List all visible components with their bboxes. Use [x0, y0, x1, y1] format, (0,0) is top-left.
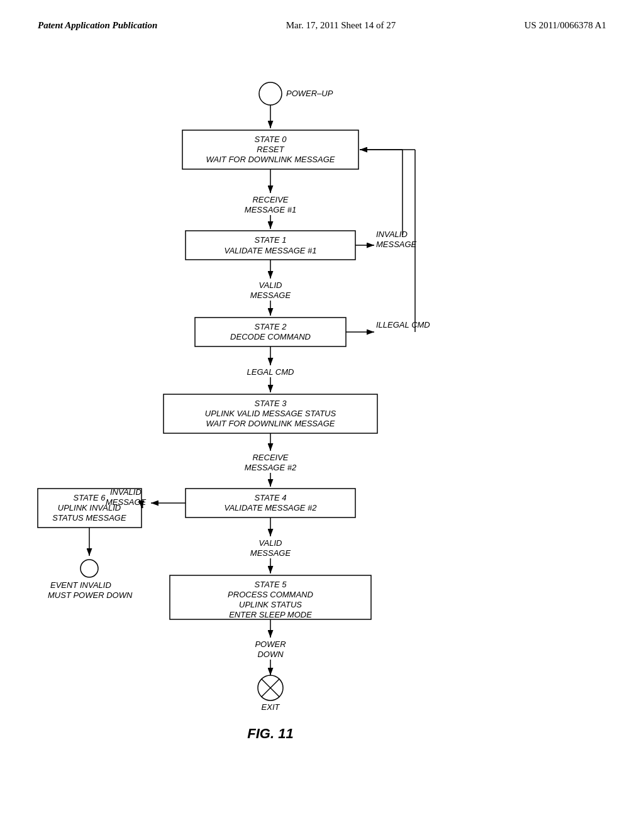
svg-text:DECODE  COMMAND: DECODE COMMAND	[230, 332, 311, 341]
svg-text:RECEIVE: RECEIVE	[252, 453, 288, 462]
svg-text:STATUS  MESSAGE: STATUS MESSAGE	[52, 513, 126, 523]
svg-text:VALIDATE  MESSAGE  #1: VALIDATE MESSAGE #1	[224, 246, 316, 255]
svg-text:PROCESS  COMMAND: PROCESS COMMAND	[228, 590, 313, 599]
svg-point-73	[80, 560, 98, 577]
svg-text:UPLINK  STATUS: UPLINK STATUS	[239, 600, 302, 609]
svg-text:STATE  3: STATE 3	[255, 399, 287, 408]
svg-text:STATE  2: STATE 2	[255, 322, 287, 331]
svg-text:RESET: RESET	[257, 145, 284, 154]
svg-text:EVENT  INVALID: EVENT INVALID	[50, 580, 111, 590]
svg-text:MESSAGE  #1: MESSAGE #1	[245, 205, 296, 214]
svg-text:UPLINK  VALID  MESSAGE  STATUS: UPLINK VALID MESSAGE STATUS	[205, 409, 336, 418]
svg-text:MESSAGE: MESSAGE	[250, 290, 291, 300]
svg-text:WAIT  FOR  DOWNLINK  MESSAGE: WAIT FOR DOWNLINK MESSAGE	[206, 419, 335, 428]
svg-text:EXIT: EXIT	[262, 702, 280, 712]
svg-point-1	[259, 82, 282, 105]
svg-text:DOWN: DOWN	[257, 650, 284, 659]
flowchart-diagram: POWER–UP STATE 0 RESET WAIT FOR DOWNLINK…	[0, 37, 644, 779]
svg-text:STATE  4: STATE 4	[255, 493, 287, 502]
svg-text:POWER: POWER	[255, 639, 286, 649]
page-header: Patent Application Publication Mar. 17, …	[0, 0, 644, 31]
svg-text:POWER–UP: POWER–UP	[286, 89, 333, 98]
svg-text:WAIT  FOR  DOWNLINK  MESSAGE: WAIT FOR DOWNLINK MESSAGE	[206, 155, 335, 164]
svg-text:VALID: VALID	[259, 280, 282, 290]
svg-text:MESSAGE  #2: MESSAGE #2	[245, 463, 297, 472]
svg-text:MUST  POWER  DOWN: MUST POWER DOWN	[48, 590, 133, 600]
svg-text:VALID: VALID	[259, 538, 282, 548]
svg-text:FIG. 11: FIG. 11	[247, 726, 293, 741]
header-right: US 2011/0066378 A1	[525, 20, 606, 31]
svg-text:STATE  6: STATE 6	[74, 493, 106, 502]
svg-text:MESSAGE: MESSAGE	[376, 240, 417, 249]
svg-text:MESSAGE: MESSAGE	[250, 548, 291, 558]
svg-text:UPLINK  INVALID: UPLINK INVALID	[58, 503, 121, 512]
header-center: Mar. 17, 2011 Sheet 14 of 27	[286, 20, 396, 31]
svg-text:LEGAL  CMD: LEGAL CMD	[247, 367, 294, 377]
svg-text:ENTER  SLEEP  MODE: ENTER SLEEP MODE	[229, 610, 312, 619]
header-left: Patent Application Publication	[38, 20, 157, 31]
svg-text:VALIDATE  MESSAGE  #2: VALIDATE MESSAGE #2	[224, 503, 317, 512]
svg-text:STATE  0: STATE 0	[255, 135, 287, 144]
svg-text:STATE  1: STATE 1	[255, 235, 287, 245]
svg-text:ILLEGAL  CMD: ILLEGAL CMD	[376, 320, 430, 329]
svg-text:STATE  5: STATE 5	[255, 580, 287, 589]
svg-text:RECEIVE: RECEIVE	[252, 195, 288, 204]
